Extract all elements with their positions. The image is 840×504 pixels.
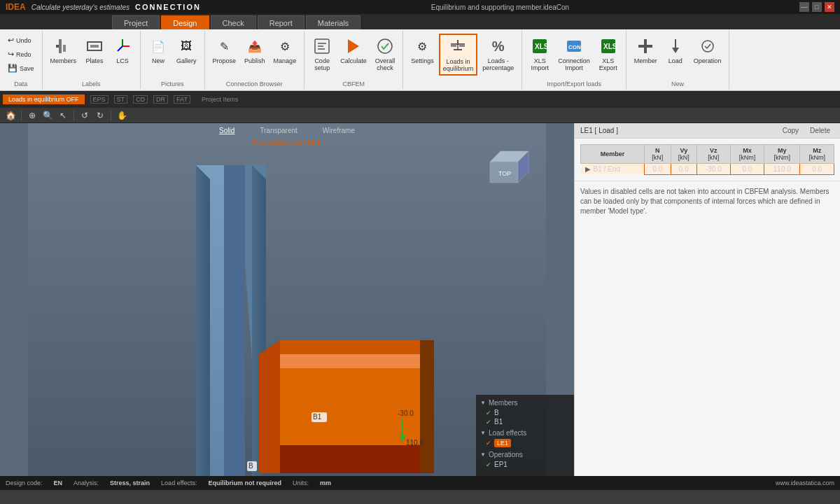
titlebar: IDEA Calculate yesterday's estimates CON…: [0, 0, 840, 14]
gallery-button[interactable]: 🖼 Gallery: [173, 34, 200, 67]
publish-button[interactable]: 📤 Publish: [241, 34, 269, 67]
members-button[interactable]: Members: [47, 34, 80, 67]
code-tag-eps[interactable]: EPS: [90, 95, 108, 104]
view-wireframe[interactable]: Wireframe: [317, 125, 360, 136]
ribbon-group-members: Members Plates LCS Labels: [43, 31, 141, 89]
manage-icon: ⚙: [275, 36, 295, 56]
new-label: New: [152, 57, 164, 64]
copy-action[interactable]: Copy: [778, 127, 803, 134]
propose-label: Propose: [213, 57, 237, 64]
code-tag-st[interactable]: ST: [114, 95, 128, 104]
member-b1-item[interactable]: ✔ B1: [480, 417, 570, 426]
new-operation-button[interactable]: Operation: [690, 34, 725, 67]
xls-import-button[interactable]: XLS XLSImport: [526, 34, 553, 74]
load-effects-value: Equilibrium not required: [208, 479, 281, 486]
operations-section-header[interactable]: ▼ Operations: [480, 451, 570, 458]
propose-button[interactable]: ✎ Propose: [209, 34, 240, 67]
ribbon-group-label-import-export: Import/Export loads: [525, 79, 623, 88]
settings-label: Settings: [411, 57, 434, 64]
new-member-label: Member: [634, 57, 657, 64]
select-button[interactable]: ↖: [57, 109, 69, 122]
svg-text:B: B: [248, 462, 253, 470]
svg-text:-30.0: -30.0: [398, 410, 414, 417]
ribbon: ↩Undo ↪Redo 💾Save Data Members Plates: [0, 29, 840, 91]
row-expand[interactable]: ▶ B1 / End: [581, 164, 645, 174]
ep1-check: ✔: [486, 461, 491, 468]
cell-mx[interactable]: 0.0: [730, 164, 764, 175]
tab-bar: Project Design Check Report Materials: [0, 14, 840, 29]
member-b-item[interactable]: ✔ B: [480, 408, 570, 417]
loads-equilibrium-icon: [448, 37, 468, 57]
toolbar-divider-1: [21, 110, 22, 121]
expand-icon[interactable]: ▶: [584, 165, 592, 173]
overall-check-button[interactable]: Overallcheck: [372, 34, 399, 74]
website: www.ideastatica.com: [776, 479, 834, 486]
code-tag-cd[interactable]: CD: [133, 95, 148, 104]
cell-my[interactable]: 110.0: [764, 164, 800, 175]
ribbon-history-items: ↩Undo ↪Redo 💾Save: [3, 32, 39, 79]
xls-export-button[interactable]: XLS XLSExport: [595, 34, 622, 74]
minimize-button[interactable]: —: [799, 2, 809, 12]
home-button[interactable]: 🏠: [4, 109, 17, 122]
gallery-icon: 🖼: [176, 36, 196, 56]
connection-import-button[interactable]: CON ConnectionImport: [554, 34, 594, 74]
new-load-button[interactable]: Load: [662, 34, 689, 67]
calculate-button[interactable]: Calculate: [337, 34, 370, 67]
code-tag-fat[interactable]: FAT: [174, 95, 190, 104]
ep1-label: EP1: [494, 461, 507, 468]
settings-button[interactable]: ⚙ Settings: [407, 34, 438, 67]
le1-item[interactable]: ✔ LE1: [480, 438, 570, 448]
cell-n[interactable]: 0.0: [645, 164, 671, 175]
loads-equilibrium-toggle[interactable]: Loads in equilibrium OFF: [3, 94, 85, 104]
svg-marker-45: [266, 445, 434, 473]
ep1-item[interactable]: ✔ EP1: [480, 460, 570, 469]
undo-button[interactable]: ↩Undo: [4, 34, 38, 47]
publish-label: Publish: [244, 57, 265, 64]
zoom-fit-button[interactable]: ⊕: [26, 109, 38, 122]
xls-export-icon: XLS: [598, 36, 618, 56]
cell-vy[interactable]: 0.0: [671, 164, 696, 175]
plates-button[interactable]: Plates: [81, 34, 108, 67]
loads-percentage-button[interactable]: % Loads -percentage: [479, 34, 517, 74]
loads-equilibrium-label: Loads inequilibrium: [443, 58, 474, 72]
xls-export-label: XLSExport: [599, 57, 617, 71]
new-member-button[interactable]: Member: [631, 34, 661, 67]
new-button[interactable]: 📄 New: [145, 34, 172, 67]
tab-materials[interactable]: Materials: [306, 15, 361, 29]
delete-action[interactable]: Delete: [806, 127, 834, 134]
col-vy: Vy[kN]: [671, 145, 696, 164]
ribbon-group-connection: ✎ Propose 📤 Publish ⚙ Manage Connection …: [205, 31, 305, 89]
tab-design[interactable]: Design: [161, 15, 209, 29]
tab-check[interactable]: Check: [211, 15, 256, 29]
manage-button[interactable]: ⚙ Manage: [270, 34, 300, 67]
zoom-button[interactable]: 🔍: [41, 109, 54, 122]
members-section-header[interactable]: ▼ Members: [480, 399, 570, 407]
ribbon-group-label-connection-browser: Connection Browser: [208, 79, 302, 88]
code-tag-dr[interactable]: DR: [153, 95, 168, 104]
pan-button[interactable]: ✋: [115, 109, 128, 122]
load-effects-header[interactable]: ▼ Load effects: [480, 429, 570, 437]
maximize-button[interactable]: □: [812, 2, 822, 12]
table-row[interactable]: ▶ B1 / End 0.0 0.0 -30.0 0.0 110.0 0.0: [581, 164, 834, 175]
calculate-label: Calculate: [340, 57, 367, 64]
view-transparent[interactable]: Transparent: [254, 125, 303, 136]
lcs-button[interactable]: LCS: [109, 34, 136, 67]
save-button[interactable]: 💾Save: [4, 62, 38, 75]
redo-toolbar-button[interactable]: ↻: [94, 109, 106, 122]
tab-report[interactable]: Report: [258, 15, 304, 29]
close-button[interactable]: ✕: [825, 2, 834, 12]
code-setup-button[interactable]: Codesetup: [309, 34, 335, 74]
units-value: mm: [320, 479, 331, 486]
member-b-label: B: [494, 409, 499, 416]
cell-vz[interactable]: -30.0: [697, 164, 731, 175]
member-b-check: ✔: [486, 410, 491, 416]
loads-equilibrium-button[interactable]: Loads inequilibrium: [439, 34, 478, 76]
members-collapse-icon: ▼: [480, 400, 486, 406]
redo-button[interactable]: ↪Redo: [4, 48, 38, 61]
app-tagline: Calculate yesterday's estimates: [31, 4, 130, 11]
viewport[interactable]: Solid Transparent Wireframe Production c…: [0, 123, 574, 476]
undo-toolbar-button[interactable]: ↺: [78, 109, 91, 122]
tab-project[interactable]: Project: [112, 15, 160, 29]
view-solid[interactable]: Solid: [214, 125, 240, 136]
cell-mz[interactable]: 0.0: [800, 164, 834, 175]
